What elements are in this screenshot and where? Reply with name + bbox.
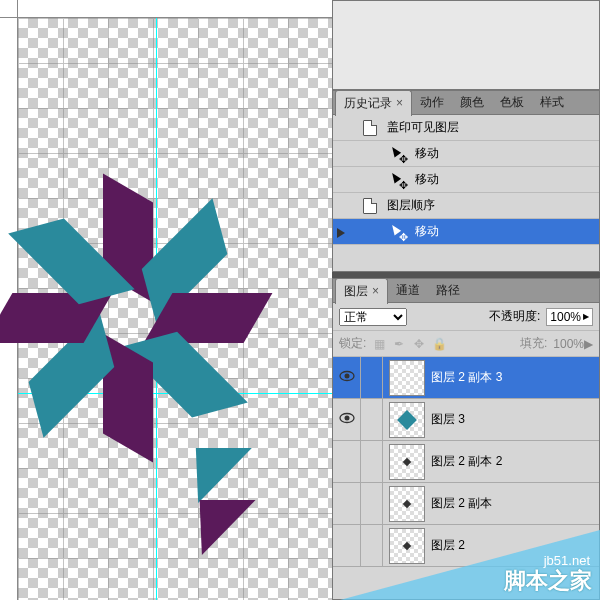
tab-history-label: 历史记录: [344, 96, 392, 110]
layer-name[interactable]: 图层 2 副本: [431, 495, 492, 512]
layer-name[interactable]: 图层 2 副本 2: [431, 453, 502, 470]
close-icon[interactable]: ×: [372, 284, 379, 298]
layers-panel: 图层× 通道 路径 正常 不透明度: 100%▶ 锁定: ▦ ✒ ✥ 🔒 填充:…: [332, 278, 600, 600]
lock-transparent-icon[interactable]: ▦: [372, 337, 386, 351]
tab-swatches[interactable]: 色板: [492, 90, 532, 115]
artwork-arrow[interactable]: [183, 448, 239, 568]
layer-row[interactable]: 图层 2: [333, 525, 599, 567]
fill-label: 填充:: [520, 335, 547, 352]
move-tool-icon: [389, 145, 407, 163]
history-item-label: 盖印可见图层: [387, 119, 459, 136]
history-item[interactable]: 盖印可见图层: [333, 115, 599, 141]
visibility-toggle[interactable]: [333, 483, 361, 524]
link-toggle[interactable]: [361, 525, 383, 566]
document-icon: [361, 119, 379, 137]
panel-blank-top: [332, 0, 600, 90]
visibility-toggle[interactable]: [333, 399, 361, 440]
lock-position-icon[interactable]: ✥: [412, 337, 426, 351]
chevron-right-icon[interactable]: ▶: [583, 312, 589, 321]
layer-name[interactable]: 图层 2 副本 3: [431, 369, 502, 386]
svg-point-3: [344, 416, 349, 421]
history-item[interactable]: 图层顺序: [333, 193, 599, 219]
tab-styles[interactable]: 样式: [532, 90, 572, 115]
layer-thumbnail[interactable]: [389, 486, 425, 522]
canvas-area: [0, 0, 332, 600]
layer-thumbnail[interactable]: [389, 360, 425, 396]
layer-thumbnail[interactable]: [389, 528, 425, 564]
blend-mode-select[interactable]: 正常: [339, 308, 407, 326]
history-item[interactable]: 移动: [333, 219, 599, 245]
layer-row[interactable]: 图层 2 副本 2: [333, 441, 599, 483]
history-item-label: 移动: [415, 145, 439, 162]
history-item[interactable]: 移动: [333, 167, 599, 193]
history-item-label: 移动: [415, 171, 439, 188]
layer-name[interactable]: 图层 2: [431, 537, 465, 554]
history-item-label: 图层顺序: [387, 197, 435, 214]
layer-row[interactable]: 图层 3: [333, 399, 599, 441]
opacity-label: 不透明度:: [489, 308, 540, 325]
lock-paint-icon[interactable]: ✒: [392, 337, 406, 351]
history-item[interactable]: 移动: [333, 141, 599, 167]
visibility-toggle[interactable]: [333, 357, 361, 398]
link-toggle[interactable]: [361, 441, 383, 482]
chevron-right-icon[interactable]: ▶: [584, 337, 593, 351]
document-icon: [361, 197, 379, 215]
layer-list: 图层 2 副本 3 图层 3 图层 2 副本 2 图层 2 副本 图层 2: [333, 357, 599, 567]
history-panel: 历史记录× 动作 颜色 色板 样式 盖印可见图层 移动 移动 图层顺序 移动: [332, 90, 600, 272]
tab-layers-label: 图层: [344, 284, 368, 298]
eye-icon: [339, 412, 355, 427]
ruler-horizontal[interactable]: [18, 0, 332, 18]
tab-history[interactable]: 历史记录×: [335, 90, 412, 116]
move-tool-icon: [389, 171, 407, 189]
tab-channels[interactable]: 通道: [388, 278, 428, 303]
visibility-toggle[interactable]: [333, 441, 361, 482]
layer-thumbnail[interactable]: [389, 402, 425, 438]
artwork-star[interactable]: [0, 188, 258, 448]
opacity-input[interactable]: 100%▶: [546, 308, 593, 326]
lock-all-icon[interactable]: 🔒: [432, 337, 446, 351]
layer-name[interactable]: 图层 3: [431, 411, 465, 428]
close-icon[interactable]: ×: [396, 96, 403, 110]
svg-point-1: [344, 374, 349, 379]
layer-row[interactable]: 图层 2 副本: [333, 483, 599, 525]
fill-input[interactable]: 100%▶: [553, 337, 593, 351]
lock-label: 锁定:: [339, 335, 366, 352]
history-list: 盖印可见图层 移动 移动 图层顺序 移动: [333, 115, 599, 245]
document-canvas[interactable]: [18, 18, 332, 600]
tab-color[interactable]: 颜色: [452, 90, 492, 115]
current-state-icon: [337, 228, 345, 238]
link-toggle[interactable]: [361, 483, 383, 524]
ruler-origin[interactable]: [0, 0, 18, 18]
layer-thumbnail[interactable]: [389, 444, 425, 480]
layer-options-row-2: 锁定: ▦ ✒ ✥ 🔒 填充: 100%▶: [333, 331, 599, 357]
layers-tabs: 图层× 通道 路径: [333, 279, 599, 303]
history-item-label: 移动: [415, 223, 439, 240]
tab-layers[interactable]: 图层×: [335, 278, 388, 304]
move-tool-icon: [389, 223, 407, 241]
visibility-toggle[interactable]: [333, 525, 361, 566]
layer-options-row-1: 正常 不透明度: 100%▶: [333, 303, 599, 331]
eye-icon: [339, 370, 355, 385]
link-toggle[interactable]: [361, 357, 383, 398]
layer-row[interactable]: 图层 2 副本 3: [333, 357, 599, 399]
history-tabs: 历史记录× 动作 颜色 色板 样式: [333, 91, 599, 115]
tab-actions[interactable]: 动作: [412, 90, 452, 115]
tab-paths[interactable]: 路径: [428, 278, 468, 303]
link-toggle[interactable]: [361, 399, 383, 440]
